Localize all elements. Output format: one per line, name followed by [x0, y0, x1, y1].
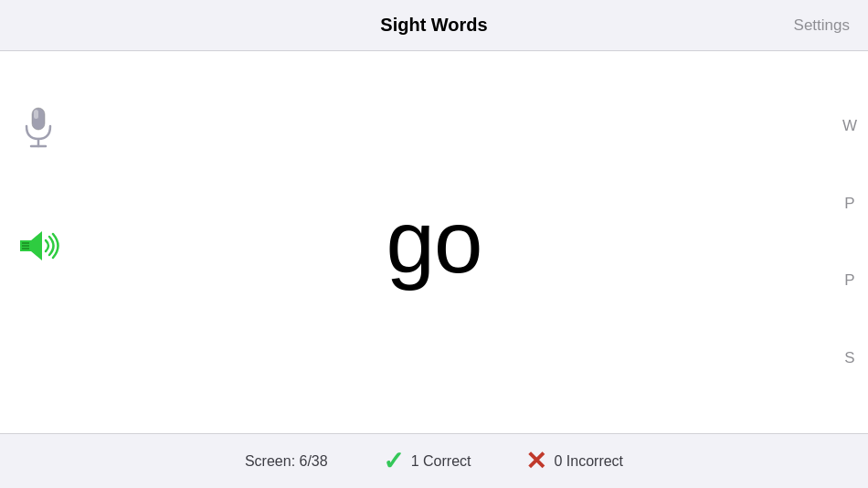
incorrect-counter: ✕ 0 Incorrect — [525, 449, 623, 474]
footer: Screen: 6/38 ✓ 1 Correct ✕ 0 Incorrect — [0, 433, 868, 488]
index-letter-p1[interactable]: P — [844, 195, 854, 213]
index-letter-w[interactable]: W — [842, 117, 857, 135]
header: Sight Words Settings — [0, 0, 868, 51]
correct-counter: ✓ 1 Correct — [383, 449, 471, 474]
main-content: go — [0, 51, 868, 433]
settings-button[interactable]: Settings — [794, 16, 850, 35]
checkmark-icon: ✓ — [383, 449, 404, 474]
screen-counter-label: Screen: 6/38 — [245, 453, 328, 470]
screen-counter: Screen: 6/38 — [245, 453, 328, 470]
incorrect-count-label: 0 Incorrect — [554, 453, 623, 470]
page-title: Sight Words — [380, 15, 487, 36]
correct-count-label: 1 Correct — [411, 453, 471, 470]
index-letter-s[interactable]: S — [844, 349, 854, 367]
xmark-icon: ✕ — [525, 449, 546, 474]
index-letter-p2[interactable]: P — [844, 271, 854, 290]
sight-word: go — [386, 192, 482, 292]
right-index-panel: W P P S — [842, 51, 857, 433]
